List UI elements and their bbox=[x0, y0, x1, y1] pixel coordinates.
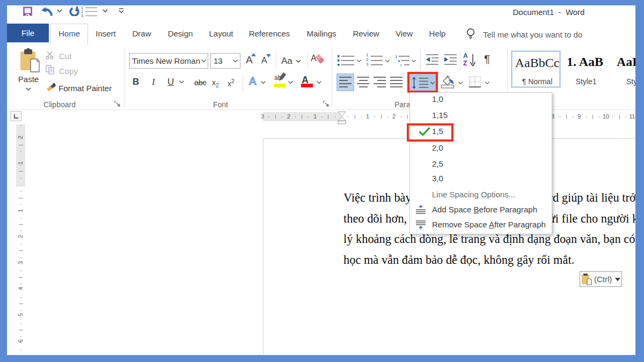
svg-text:i: i bbox=[400, 63, 401, 68]
